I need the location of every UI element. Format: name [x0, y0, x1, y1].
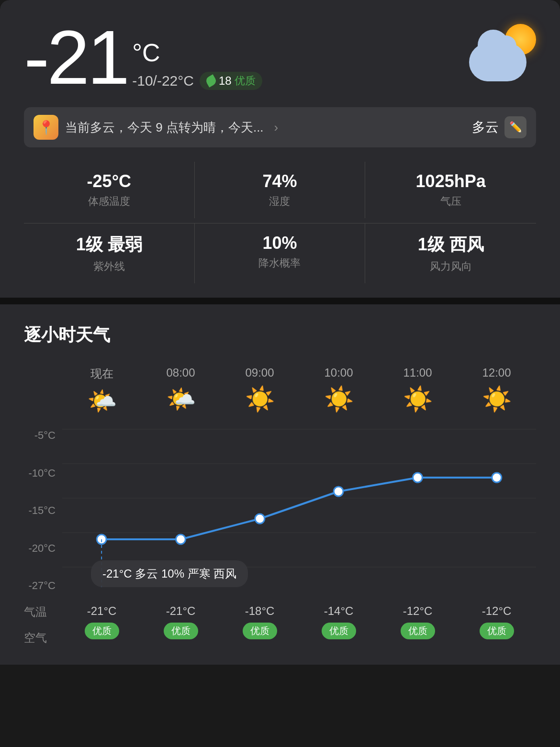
aqi-badge: 18 优质 [200, 72, 262, 90]
dot-3[interactable] [334, 487, 343, 496]
stats-row2: 1级 最弱 紫外线 10% 降水概率 1级 西风 风力风向 [24, 223, 536, 283]
air-badge-3: 优质 [322, 623, 356, 639]
temp-label-4: -12°C [403, 604, 433, 618]
bottom-col-4: -12°C 优质 [378, 604, 457, 646]
hourly-section-title: 逐小时天气 [24, 323, 536, 347]
hour-col-4: 11:00 ☀️ [378, 366, 457, 415]
air-badge-4: 优质 [401, 623, 435, 639]
temp-line [101, 478, 497, 539]
cloud-icon [469, 43, 526, 81]
bottom-col-3: -14°C 优质 [299, 604, 378, 646]
hour-icon-5: ☀️ [482, 385, 512, 413]
bottom-col-1: -21°C 优质 [141, 604, 220, 646]
y-label-0: -5°C [24, 429, 62, 442]
hour-col-2: 09:00 ☀️ [220, 366, 299, 415]
temp-main: -21 °C -10/-22°C 18 优质 [24, 19, 262, 96]
rain-label: 降水概率 [200, 256, 360, 270]
wind-label: 风力风向 [370, 259, 531, 274]
hour-col-3: 10:00 ☀️ [299, 366, 378, 415]
hour-label-5: 12:00 [482, 366, 511, 379]
hour-icon-3: ☀️ [324, 385, 354, 413]
hour-columns: 现在 🌤️ 08:00 🌤️ 09:00 ☀️ 10:00 ☀️ 11:00 ☀… [62, 366, 536, 415]
feels-like-label: 体感温度 [29, 194, 190, 209]
info-bar-right: 多云 ✏️ [472, 116, 526, 138]
top-section: -21 °C -10/-22°C 18 优质 📍 [0, 0, 560, 298]
temp-label-5: -12°C [482, 604, 512, 618]
stat-rain: 10% 降水概率 [195, 223, 366, 283]
bottom-labels-container: 气温 空气 -21°C 优质 -21°C 优质 -18°C [24, 604, 536, 646]
stat-uv: 1级 最弱 紫外线 [24, 223, 195, 283]
y-label-4: -27°C [24, 580, 62, 592]
info-bar-left: 📍 当前多云，今天 9 点转为晴，今天... › [34, 115, 278, 140]
stats-grid: -25°C 体感温度 74% 湿度 1025hPa 气压 [24, 162, 536, 218]
uv-value: 1级 最弱 [29, 233, 190, 256]
air-row-label: 空气 [24, 630, 62, 646]
hour-label-0: 现在 [90, 366, 113, 381]
air-badge-1: 优质 [164, 623, 198, 639]
hour-label-2: 09:00 [245, 366, 274, 379]
uv-label: 紫外线 [29, 259, 190, 274]
y-label-1: -10°C [24, 467, 62, 479]
row-labels: 气温 空气 [24, 604, 62, 646]
temp-row: -21 °C -10/-22°C 18 优质 [24, 19, 536, 96]
big-temperature: -21 [24, 19, 127, 96]
aqi-leaf-icon [204, 74, 217, 87]
temp-row-label: 气温 [24, 604, 62, 620]
hour-icon-2: ☀️ [245, 385, 275, 413]
hour-label-3: 10:00 [324, 366, 353, 379]
bottom-section: 逐小时天气 现在 🌤️ 08:00 🌤️ 09:00 ☀️ 10:00 ☀️ [0, 304, 560, 665]
air-text-1: 优质 [171, 625, 190, 636]
dot-5[interactable] [492, 473, 502, 482]
pressure-label: 气压 [370, 194, 531, 209]
edit-button[interactable]: ✏️ [504, 116, 526, 138]
temp-range-row: -10/-22°C 18 优质 [132, 72, 262, 90]
hour-col-0: 现在 🌤️ [62, 366, 141, 415]
hour-icon-1: 🌤️ [166, 385, 196, 413]
bottom-col-5: -12°C 优质 [457, 604, 536, 646]
y-axis: -5°C -10°C -15°C -20°C -27°C [24, 424, 62, 597]
hour-col-5: 12:00 ☀️ [457, 366, 536, 415]
dot-1[interactable] [176, 535, 186, 544]
section-divider [0, 298, 560, 304]
tooltip-text: -21°C 多云 10% 严寒 西风 [102, 567, 236, 580]
map-icon: 📍 [34, 115, 58, 140]
tooltip-box: -21°C 多云 10% 严寒 西风 [91, 560, 248, 587]
air-badge-2: 优质 [243, 623, 277, 639]
air-text-3: 优质 [329, 625, 348, 636]
hour-col-1: 08:00 🌤️ [141, 366, 220, 415]
hour-icon-0: 🌤️ [87, 387, 117, 415]
hour-icon-4: ☀️ [403, 385, 433, 413]
dot-4[interactable] [413, 473, 423, 482]
stat-humidity: 74% 湿度 [195, 162, 366, 218]
bottom-data-cols: -21°C 优质 -21°C 优质 -18°C 优质 -1 [62, 604, 536, 646]
temp-details: °C -10/-22°C 18 优质 [132, 33, 262, 90]
temp-label-1: -21°C [166, 604, 196, 618]
temp-label-3: -14°C [324, 604, 354, 618]
hour-label-1: 08:00 [166, 366, 195, 379]
aqi-label: 优质 [235, 74, 256, 88]
temp-range: -10/-22°C [132, 73, 194, 89]
temp-label-2: -18°C [245, 604, 275, 618]
humidity-value: 74% [200, 171, 360, 191]
arrow-icon: › [274, 120, 279, 135]
edit-icon: ✏️ [509, 121, 522, 134]
air-text-4: 优质 [408, 625, 427, 636]
air-text-5: 优质 [487, 625, 506, 636]
celsius-symbol: °C [132, 38, 262, 67]
y-label-3: -20°C [24, 542, 62, 555]
stat-wind: 1级 西风 风力风向 [365, 223, 536, 283]
rain-value: 10% [200, 233, 360, 253]
temp-label-0: -21°C [87, 604, 117, 618]
pressure-value: 1025hPa [370, 171, 531, 191]
dot-2[interactable] [255, 514, 265, 524]
humidity-label: 湿度 [200, 194, 360, 209]
bottom-col-2: -18°C 优质 [220, 604, 299, 646]
chart-container: -5°C -10°C -15°C -20°C -27°C [24, 424, 536, 597]
air-badge-5: 优质 [480, 623, 514, 639]
hourly-icons-row: 现在 🌤️ 08:00 🌤️ 09:00 ☀️ 10:00 ☀️ 11:00 ☀… [62, 366, 536, 415]
feels-like-value: -25°C [29, 171, 190, 191]
info-bar[interactable]: 📍 当前多云，今天 9 点转为晴，今天... › 多云 ✏️ [24, 107, 536, 147]
air-text-2: 优质 [250, 625, 269, 636]
weather-info-text: 当前多云，今天 9 点转为晴，今天... [65, 119, 264, 136]
svg-chart-area: -21°C 多云 10% 严寒 西风 [62, 424, 536, 597]
